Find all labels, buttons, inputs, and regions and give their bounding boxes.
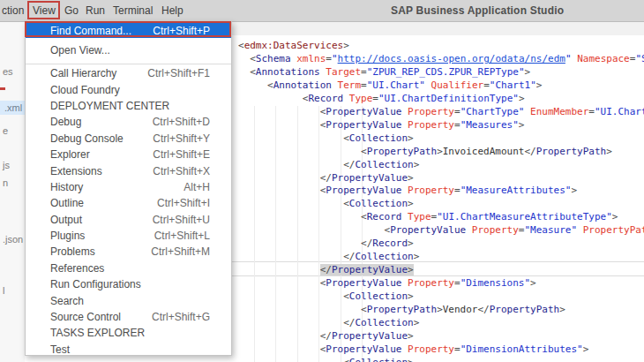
code-line[interactable]: <edmx:DataServices> — [238, 39, 349, 52]
code-line[interactable]: <PropertyValue Property="ChartType" Enum… — [238, 105, 644, 118]
menubar-item-help[interactable]: Help — [161, 0, 183, 21]
menu-item-shortcut: Ctrl+Shift+P — [153, 25, 210, 37]
selected-file-row[interactable]: .xml — [0, 101, 25, 115]
menu-item-label: Find Command... — [50, 25, 131, 37]
menu-item-run-configurations[interactable]: Run Configurations — [26, 276, 231, 292]
menu-item-label: DEPLOYMENT CENTER — [50, 100, 169, 112]
file-item-fragment[interactable]: es — [3, 65, 13, 78]
code-line[interactable]: <PropertyValue Property="DimensionAttrib… — [238, 343, 588, 356]
menubar-item-terminal[interactable]: Terminal — [113, 0, 153, 21]
menu-item-shortcut: Alt+H — [183, 181, 210, 193]
code-line[interactable]: <Record Type="UI.ChartMeasureAttributeTy… — [238, 210, 618, 223]
menu-item-label: TASKS EXPLORER — [50, 327, 145, 339]
menu-item-shortcut: Ctrl+Shift+M — [151, 245, 210, 258]
menu-item-test[interactable]: Test — [26, 342, 231, 358]
url-link[interactable]: http://docs.oasis-open.org/odata/ns/edm — [338, 53, 565, 64]
menubar-item-go[interactable]: Go — [64, 0, 79, 21]
menu-item-problems[interactable]: ProblemsCtrl+Shift+M — [26, 244, 231, 260]
menu-item-label: Problems — [50, 245, 95, 258]
menu-item-label: Plugins — [50, 230, 85, 242]
code-line[interactable]: <PropertyPath>InvoicedAmount</PropertyPa… — [238, 145, 612, 158]
menu-item-call-hierarchy[interactable]: Call HierarchyCtrl+Shift+F1 — [26, 65, 231, 81]
menu-item-label: Debug — [50, 116, 81, 128]
menu-item-shortcut: Ctrl+Shift+D — [153, 116, 210, 128]
menu-item-shortcut: Ctrl+Shift+F1 — [147, 67, 210, 79]
menu-item-label: References — [50, 262, 104, 275]
menu-item-label: Source Control — [50, 311, 121, 323]
menu-item-debug[interactable]: DebugCtrl+Shift+D — [26, 114, 231, 130]
menu-item-label: Outline — [50, 197, 84, 209]
menu-item-label: Cloud Foundry — [50, 84, 120, 96]
file-item-fragment[interactable]: n — [3, 177, 8, 189]
code-line[interactable]: </PropertyValue> — [238, 171, 414, 185]
menu-item-shortcut: Ctrl+Shift+Y — [153, 132, 210, 145]
code-line[interactable]: <PropertyValue Property="Dimensions"> — [238, 276, 536, 290]
menu-item-label: Test — [50, 343, 70, 356]
menu-item-references[interactable]: References — [26, 260, 231, 276]
file-item-fragment: .xml — [4, 102, 22, 114]
code-line[interactable]: <PropertyPath>Vendor</PropertyPath> — [238, 303, 565, 316]
bas-window: <edmx:DataServices><Schema xmlns="http:/… — [0, 0, 644, 362]
code-line[interactable]: </PropertyValue> — [238, 263, 414, 276]
menu-item-label: Extensions — [50, 165, 102, 177]
menu-item-source-control[interactable]: Source ControlCtrl+Shift+G — [26, 309, 231, 325]
menu-item-shortcut: Ctrl+Shift+I — [157, 197, 210, 209]
title-bar: ctionViewGoRunTerminalHelp SAP Business … — [0, 0, 644, 22]
menu-separator — [26, 64, 231, 64]
file-item-fragment[interactable]: e — [3, 124, 8, 137]
menu-item-debug-console[interactable]: Debug ConsoleCtrl+Shift+Y — [26, 131, 231, 147]
menu-item-label: Call Hierarchy — [50, 67, 116, 79]
code-line[interactable]: </Record> — [238, 237, 414, 250]
menu-item-open-view[interactable]: Open View... — [26, 38, 231, 63]
menu-item-outline[interactable]: OutlineCtrl+Shift+I — [26, 195, 231, 211]
file-item-fragment[interactable]: js — [3, 159, 10, 171]
menu-item-shortcut: Ctrl+Shift+U — [153, 214, 210, 226]
menu-item-cloud-foundry[interactable]: Cloud Foundry — [26, 81, 231, 97]
menubar-item-ction[interactable]: ction — [2, 0, 24, 21]
code-line[interactable]: </PropertyValue> — [238, 329, 414, 343]
code-line[interactable]: <Collection> — [238, 290, 414, 303]
code-line[interactable]: <Annotation Term="UI.Chart" Qualifier="C… — [238, 79, 542, 92]
menu-item-explorer[interactable]: ExplorerCtrl+Shift+E — [26, 147, 231, 162]
code-line[interactable]: <PropertyValue Property="Measures"> — [238, 118, 524, 132]
menu-item-shortcut: Ctrl+Shift+E — [153, 148, 210, 161]
explorer-sidebar[interactable]: es.xmlejsn.jsonl — [0, 22, 25, 362]
menu-item-output[interactable]: OutputCtrl+Shift+U — [26, 212, 231, 228]
menu-item-shortcut: Ctrl+Shift+L — [154, 230, 210, 242]
code-line[interactable]: <Collection> — [238, 356, 414, 362]
menu-item-label: Output — [50, 214, 82, 226]
menubar-item-view[interactable]: View — [33, 0, 56, 21]
code-line[interactable]: </Collection> — [238, 158, 419, 171]
code-line[interactable]: </Collection> — [238, 250, 419, 263]
menu-item-extensions[interactable]: ExtensionsCtrl+Shift+X — [26, 162, 231, 178]
menu-item-label: Open View... — [50, 44, 110, 57]
menu-item-label: Search — [50, 295, 84, 307]
code-line[interactable]: </Collection> — [238, 316, 419, 329]
annotation-fragment — [0, 87, 5, 90]
menu-item-find-command[interactable]: Find Command...Ctrl+Shift+P — [26, 23, 231, 38]
code-line[interactable]: <Schema xmlns="http://docs.oasis-open.or… — [238, 52, 644, 65]
menu-item-shortcut: Ctrl+Shift+X — [153, 165, 210, 177]
menu-item-label: History — [50, 181, 83, 193]
menu-item-label: Debug Console — [50, 132, 124, 145]
menubar-item-run[interactable]: Run — [86, 0, 105, 21]
menu-item-deployment-center[interactable]: DEPLOYMENT CENTER — [26, 98, 231, 114]
menu-item-tasks-explorer[interactable]: TASKS EXPLORER — [26, 325, 231, 341]
view-menu: Find Command...Ctrl+Shift+POpen View...C… — [25, 21, 232, 356]
menu-item-label: Explorer — [50, 148, 90, 161]
code-line[interactable]: <PropertyValue Property="MeasureAttribut… — [238, 184, 577, 197]
file-item-fragment[interactable]: .json — [3, 233, 23, 245]
code-line[interactable]: <Collection> — [238, 197, 414, 210]
code-line[interactable]: <Record Type="UI.ChartDefinitionType"> — [238, 92, 525, 105]
menu-item-label: Run Configurations — [50, 278, 141, 290]
menu-item-plugins[interactable]: PluginsCtrl+Shift+L — [26, 228, 231, 244]
file-item-fragment[interactable]: l — [3, 284, 4, 297]
menu-item-search[interactable]: Search — [26, 292, 231, 308]
menu-item-history[interactable]: HistoryAlt+H — [26, 179, 231, 195]
code-line[interactable]: <PropertyValue Property="Measure" Proper… — [238, 223, 644, 237]
code-line[interactable]: <Collection> — [238, 132, 414, 145]
code-line[interactable]: <Annotations Target="ZPUR_REP_CDS.ZPUR_R… — [238, 65, 530, 79]
app-title: SAP Business Application Studio — [391, 0, 564, 21]
menu-item-shortcut: Ctrl+Shift+G — [152, 311, 210, 323]
